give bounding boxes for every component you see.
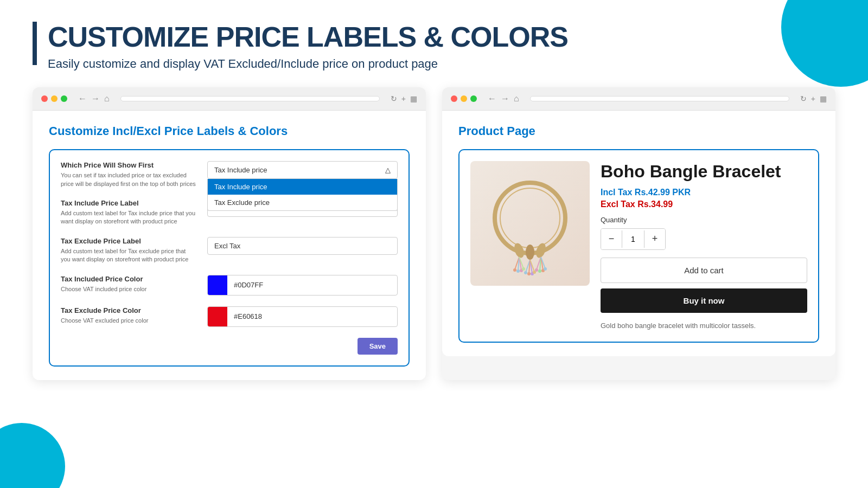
quantity-increase-button[interactable]: + <box>644 229 665 249</box>
settings-form: Which Price Will Show First You can set … <box>49 149 410 366</box>
tax-exclude-color-input-wrapper[interactable] <box>207 306 398 327</box>
svg-point-3 <box>526 245 534 260</box>
dropdown-options-list: Tax Include price Tax Exclude price <box>207 179 398 211</box>
tax-exclude-field-desc: Add custom text label for Tax exclude pr… <box>61 247 196 264</box>
forward-icon[interactable]: → <box>91 94 100 104</box>
svg-point-28 <box>544 267 547 271</box>
tax-exclude-color-label-group: Tax Exclude Price Color Choose VAT exclu… <box>61 306 196 325</box>
bracelet-illustration <box>476 164 584 283</box>
home-icon-r[interactable]: ⌂ <box>514 94 519 104</box>
save-button[interactable]: Save <box>358 338 398 355</box>
browser-actions-right: ↻ + ▦ <box>800 94 827 103</box>
excl-tax-label: Excl Tax <box>601 200 635 209</box>
tax-exclude-color-field-desc: Choose VAT excluded price color <box>61 317 196 325</box>
page-header: CUSTOMIZE PRICE LABELS & COLORS Easily c… <box>33 22 835 71</box>
svg-point-21 <box>524 271 527 274</box>
which-price-control: Tax Include price △ Tax Include price Ta… <box>207 161 398 179</box>
svg-point-22 <box>527 272 531 275</box>
tax-include-color-field-label: Tax Included Price Color <box>61 275 196 283</box>
back-icon[interactable]: ← <box>78 94 87 104</box>
forward-icon-r[interactable]: → <box>501 94 509 104</box>
svg-point-20 <box>522 267 525 271</box>
browser-dot-yellow[interactable] <box>51 95 58 102</box>
dropdown-arrow-icon: △ <box>385 166 391 174</box>
tax-include-field-label: Tax Include Price Label <box>61 199 196 207</box>
dropdown-selected-value: Tax Include price <box>214 166 267 174</box>
product-browser-window: ← → ⌂ ↻ + ▦ Product Page <box>442 87 835 380</box>
browser-toolbar-left: ← → ⌂ ↻ + ▦ <box>33 87 426 111</box>
price-dropdown[interactable]: Tax Include price △ Tax Include price Ta… <box>207 161 398 179</box>
svg-point-25 <box>535 268 538 272</box>
incl-tax-amount: Rs.42.99 PKR <box>635 188 691 197</box>
browser-dot-yellow-r[interactable] <box>461 95 467 102</box>
page-title: CUSTOMIZE PRICE LABELS & COLORS <box>48 22 568 53</box>
browser-address-bar-right[interactable] <box>530 96 789 101</box>
settings-panel-title: Customize Incl/Excl Price Labels & Color… <box>49 124 410 138</box>
decorative-circle-bottom-left <box>0 423 65 488</box>
save-row: Save <box>61 338 398 355</box>
tax-include-color-control <box>207 275 398 296</box>
svg-point-17 <box>513 268 516 272</box>
excl-tax-price: Excl Tax Rs.34.99 <box>601 200 807 209</box>
tax-exclude-label-group: Tax Exclude Price Label Add custom text … <box>61 237 196 264</box>
product-panel-title: Product Page <box>458 124 819 138</box>
add-to-cart-button[interactable]: Add to cart <box>601 258 807 283</box>
svg-point-0 <box>495 183 565 253</box>
tax-exclude-field-label: Tax Exclude Price Label <box>61 237 196 245</box>
quantity-label: Quantity <box>601 216 807 224</box>
incl-tax-label: Incl Tax <box>601 188 632 197</box>
product-browser-content: Product Page <box>442 111 835 356</box>
product-image <box>470 161 590 286</box>
tax-exclude-color-field-label: Tax Exclude Price Color <box>61 306 196 314</box>
tax-exclude-color-swatch[interactable] <box>208 307 227 326</box>
tax-exclude-label-input[interactable] <box>207 237 398 255</box>
browser-dot-green-r[interactable] <box>470 95 477 102</box>
tax-include-color-input-wrapper[interactable] <box>207 275 398 296</box>
window-icon-r[interactable]: ▦ <box>820 94 827 103</box>
browser-dot-green[interactable] <box>61 95 67 102</box>
product-panel: Boho Bangle Bracelet Incl Tax Rs.42.99 P… <box>458 149 819 343</box>
setting-row-tax-exclude-label: Tax Exclude Price Label Add custom text … <box>61 237 398 264</box>
tax-include-field-desc: Add custom text label for Tax include pr… <box>61 209 196 226</box>
buy-it-now-button[interactable]: Buy it now <box>601 288 807 313</box>
tax-include-color-label-group: Tax Included Price Color Choose VAT incl… <box>61 275 196 293</box>
quantity-value: 1 <box>622 230 644 248</box>
quantity-decrease-button[interactable]: − <box>601 229 622 249</box>
browser-address-bar-left[interactable] <box>120 96 380 101</box>
dropdown-header[interactable]: Tax Include price △ <box>207 161 398 179</box>
tax-exclude-label-control <box>207 237 398 255</box>
home-icon[interactable]: ⌂ <box>104 94 110 104</box>
product-info: Boho Bangle Bracelet Incl Tax Rs.42.99 P… <box>601 161 807 331</box>
incl-tax-price: Incl Tax Rs.42.99 PKR <box>601 188 807 197</box>
dropdown-option-exclude[interactable]: Tax Exclude price <box>208 195 397 210</box>
browser-dots-left <box>41 95 67 102</box>
refresh-icon-r[interactable]: ↻ <box>800 94 807 103</box>
new-tab-icon-r[interactable]: + <box>811 94 815 103</box>
product-description: Gold boho bangle bracelet with multicolo… <box>601 320 807 331</box>
new-tab-icon[interactable]: + <box>401 94 406 103</box>
which-price-label: Which Price Will Show First <box>61 161 196 169</box>
browser-toolbar-right: ← → ⌂ ↻ + ▦ <box>442 87 835 111</box>
browser-actions-left: ↻ + ▦ <box>391 94 417 103</box>
svg-point-18 <box>516 269 520 273</box>
quantity-control: − 1 + <box>601 228 666 250</box>
tax-exclude-color-text[interactable] <box>227 308 397 325</box>
excl-tax-amount: Rs.34.99 <box>637 200 673 209</box>
setting-row-tax-exclude-color: Tax Exclude Price Color Choose VAT exclu… <box>61 306 398 327</box>
settings-browser-window: ← → ⌂ ↻ + ▦ Customize Incl/Excl Price La… <box>33 87 426 380</box>
refresh-icon[interactable]: ↻ <box>391 94 397 103</box>
back-icon-r[interactable]: ← <box>488 94 496 104</box>
tax-include-color-field-desc: Choose VAT included price color <box>61 285 196 293</box>
which-price-label-group: Which Price Will Show First You can set … <box>61 161 196 188</box>
window-icon[interactable]: ▦ <box>410 94 417 103</box>
dropdown-option-include[interactable]: Tax Include price <box>208 179 397 195</box>
header-accent-bar <box>33 22 37 65</box>
tax-include-label-group: Tax Include Price Label Add custom text … <box>61 199 196 226</box>
tax-include-color-text[interactable] <box>227 277 397 293</box>
setting-row-tax-include-color: Tax Included Price Color Choose VAT incl… <box>61 275 398 296</box>
browser-nav-left: ← → ⌂ <box>78 94 110 104</box>
tax-exclude-color-control <box>207 306 398 327</box>
browser-dot-red-r[interactable] <box>451 95 457 102</box>
tax-include-color-swatch[interactable] <box>208 275 227 295</box>
browser-dot-red[interactable] <box>41 95 48 102</box>
